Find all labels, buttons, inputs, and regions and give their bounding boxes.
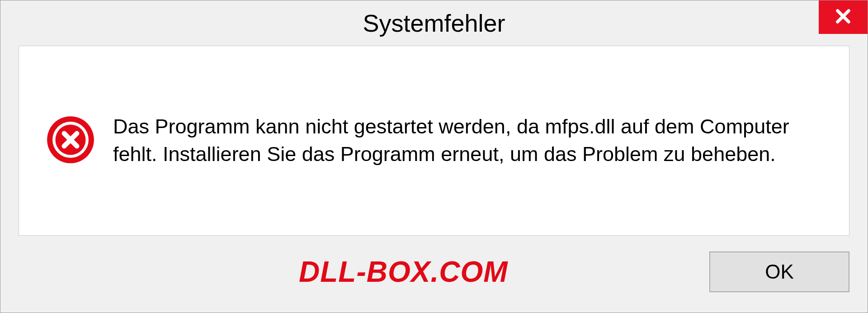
dialog-title: Systemfehler [363, 9, 505, 37]
error-dialog: Systemfehler Das Programm kann nicht ges… [0, 0, 868, 313]
error-message: Das Programm kann nicht gestartet werden… [113, 113, 822, 168]
titlebar: Systemfehler [0, 0, 868, 46]
ok-button[interactable]: OK [709, 251, 849, 292]
content-area: Das Programm kann nicht gestartet werden… [19, 46, 849, 236]
close-button[interactable] [819, 0, 868, 34]
error-icon [46, 115, 95, 166]
footer: DLL-BOX.COM OK [0, 245, 868, 313]
close-icon [834, 7, 853, 28]
watermark-text: DLL-BOX.COM [299, 255, 508, 289]
